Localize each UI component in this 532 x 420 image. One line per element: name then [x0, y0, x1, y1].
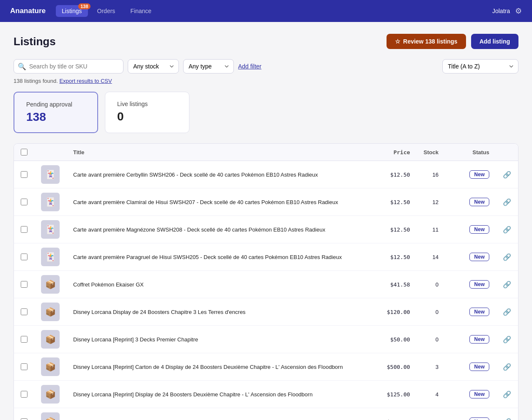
row-title-cell: Carte avant première Cerbyllin SWSH206 -…	[66, 161, 379, 188]
row-actions-cell: 🔗	[496, 408, 518, 420]
table-row: 📦 Disney Lorcana [Reprint] Display de 24…	[14, 381, 518, 408]
table-row: 📦 Disney Lorcana [Reprint] Display de 24…	[14, 408, 518, 420]
link-icon[interactable]: 🔗	[503, 171, 511, 178]
row-checkbox[interactable]	[21, 226, 27, 233]
row-title-cell: Disney Lorcana [Reprint] 3 Decks Premier…	[66, 326, 379, 353]
row-checkbox[interactable]	[21, 171, 27, 178]
item-thumbnail: 📦	[41, 330, 60, 349]
item-title[interactable]: Disney Lorcana [Reprint] Display de 24 B…	[73, 391, 313, 398]
row-actions-cell: 🔗	[496, 243, 518, 271]
export-csv-link[interactable]: Export results to CSV	[59, 78, 112, 84]
item-title[interactable]: Carte avant première Paragruel de Hisui …	[73, 254, 342, 260]
item-title[interactable]: Carte avant première Clamiral de Hisui S…	[73, 199, 338, 205]
row-thumbnail-cell: 📦	[34, 326, 66, 353]
link-icon[interactable]: 🔗	[503, 199, 511, 206]
status-badge: New	[469, 363, 489, 371]
row-checkbox[interactable]	[21, 363, 27, 370]
row-checkbox-cell	[14, 188, 34, 216]
item-thumbnail: 📦	[41, 412, 60, 420]
row-actions-cell: 🔗	[496, 381, 518, 408]
row-price-cell: $12.50	[379, 243, 417, 271]
link-icon[interactable]: 🔗	[503, 254, 511, 261]
row-actions-cell: 🔗	[496, 216, 518, 243]
listings-badge: 138	[78, 3, 90, 9]
row-actions-cell: 🔗	[496, 326, 518, 353]
item-thumbnail: 🃏	[41, 193, 60, 211]
link-icon[interactable]: 🔗	[503, 418, 511, 420]
row-checkbox[interactable]	[21, 336, 27, 343]
row-price-cell: $120.00	[379, 298, 417, 326]
type-filter[interactable]: Any type Physical Digital	[183, 59, 234, 74]
listings-table: Title Price Stock Status	[14, 143, 518, 420]
row-stock-cell: 0	[417, 326, 445, 353]
user-area: Jolatra ⚙	[492, 6, 522, 16]
row-checkbox[interactable]	[21, 308, 27, 315]
table-row: 🃏 Carte avant première Cerbyllin SWSH206…	[14, 161, 518, 188]
item-thumbnail: 📦	[41, 385, 60, 404]
stock-filter[interactable]: Any stock In stock Out of stock	[128, 59, 179, 74]
row-checkbox-cell	[14, 298, 34, 326]
brand-logo: Ananature	[10, 7, 46, 15]
row-thumbnail-cell: 📦	[34, 408, 66, 420]
price-column-header: Price	[379, 144, 417, 161]
item-title[interactable]: Coffret Pokémon Ekaiser GX	[73, 281, 144, 288]
row-thumbnail-cell: 🃏	[34, 243, 66, 271]
row-title-cell: Disney Lorcana [Reprint] Display de 24 B…	[66, 381, 379, 408]
table-row: 🃏 Carte avant première Paragruel de Hisu…	[14, 243, 518, 271]
item-thumbnail: 🃏	[41, 248, 60, 266]
item-title[interactable]: Disney Lorcana [Reprint] Carton de 4 Dis…	[73, 364, 343, 370]
row-actions-cell: 🔗	[496, 353, 518, 381]
row-thumbnail-cell: 🃏	[34, 188, 66, 216]
link-icon[interactable]: 🔗	[503, 281, 511, 288]
row-actions-cell: 🔗	[496, 161, 518, 188]
row-checkbox[interactable]	[21, 281, 27, 288]
search-input[interactable]	[14, 59, 123, 74]
sort-select-wrap: Title (A to Z) Title (Z to A) Price (low…	[442, 59, 518, 74]
add-filter-button[interactable]: Add filter	[238, 63, 261, 70]
item-title[interactable]: Carte avant première Magnézone SWSH208 -…	[73, 226, 325, 233]
table-row: 📦 Coffret Pokémon Ekaiser GX $41.58 0 Ne…	[14, 271, 518, 298]
row-stock-cell: 0	[417, 408, 445, 420]
link-icon[interactable]: 🔗	[503, 308, 511, 316]
item-thumbnail: 📦	[41, 357, 60, 376]
item-thumbnail: 🃏	[41, 165, 60, 184]
add-listing-button[interactable]: Add listing	[471, 34, 518, 49]
row-checkbox[interactable]	[21, 199, 27, 205]
row-checkbox-cell	[14, 161, 34, 188]
item-title[interactable]: Carte avant première Cerbyllin SWSH206 -…	[73, 172, 318, 178]
title-column-header: Title	[66, 144, 379, 161]
row-thumbnail-cell: 📦	[34, 271, 66, 298]
nav-listings[interactable]: Listings 138	[56, 5, 88, 17]
row-stock-cell: 11	[417, 216, 445, 243]
sort-select[interactable]: Title (A to Z) Title (Z to A) Price (low…	[442, 59, 518, 74]
page-title: Listings	[14, 35, 387, 48]
row-status-cell: New	[445, 271, 496, 298]
link-icon[interactable]: 🔗	[503, 226, 511, 233]
live-label: Live listings	[117, 101, 177, 107]
row-status-cell: New	[445, 188, 496, 216]
item-title[interactable]: Disney Lorcana [Reprint] 3 Decks Premier…	[73, 336, 198, 343]
row-thumbnail-cell: 📦	[34, 381, 66, 408]
filters-row: 🔍 Any stock In stock Out of stock Any ty…	[14, 59, 518, 74]
nav-orders[interactable]: Orders	[91, 5, 121, 17]
status-badge: New	[469, 225, 489, 234]
settings-icon[interactable]: ⚙	[515, 6, 522, 16]
link-icon[interactable]: 🔗	[503, 363, 511, 371]
item-thumbnail: 🃏	[41, 220, 60, 239]
row-price-cell: $157.50	[379, 408, 417, 420]
status-column-header: Status	[445, 144, 496, 161]
row-stock-cell: 14	[417, 243, 445, 271]
review-listings-button[interactable]: ☆ Review 138 listings	[387, 34, 466, 49]
nav-finance[interactable]: Finance	[124, 5, 157, 17]
link-icon[interactable]: 🔗	[503, 336, 511, 343]
row-checkbox[interactable]	[21, 391, 27, 398]
results-info: 138 listings found. Export results to CS…	[14, 78, 518, 84]
row-title-cell: Carte avant première Clamiral de Hisui S…	[66, 188, 379, 216]
link-icon[interactable]: 🔗	[503, 391, 511, 398]
row-checkbox[interactable]	[21, 254, 27, 260]
select-all-header	[14, 144, 34, 161]
stat-cards: Pending approval 138 Live listings 0	[14, 92, 518, 133]
item-title[interactable]: Disney Lorcana Display de 24 Boosters Ch…	[73, 309, 246, 315]
row-checkbox[interactable]	[21, 418, 27, 420]
select-all-checkbox[interactable]	[21, 149, 27, 155]
